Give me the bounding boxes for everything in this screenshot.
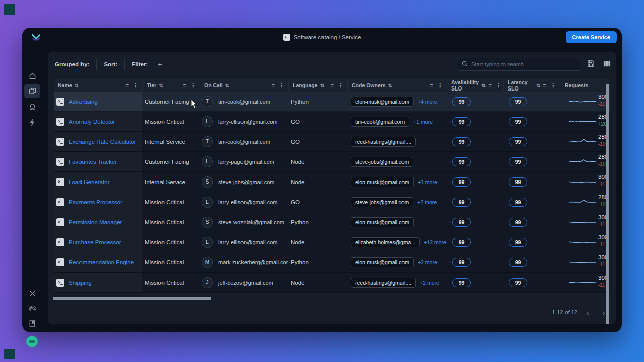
service-name-link[interactable]: Anomaly Detector	[69, 119, 115, 125]
sidebar-item-users[interactable]	[24, 301, 40, 315]
cell-name: >_Exchange Rate Calculator	[54, 132, 142, 151]
add-filter-button[interactable]: +	[155, 61, 165, 68]
breadcrumb-text: Software catalog / Service	[294, 34, 361, 40]
service-name-link[interactable]: Payments Processor	[69, 199, 122, 205]
column-menu-icon[interactable]: ⋮	[496, 82, 501, 89]
column-menu-icon[interactable]: ⋮	[133, 82, 138, 89]
sort-icon[interactable]: ⇅	[159, 83, 163, 88]
filter-control[interactable]: Filter:	[125, 61, 155, 67]
column-header-on-call[interactable]: On Call⇅=⋮	[200, 79, 288, 92]
sidebar-item-actions[interactable]	[24, 115, 40, 129]
code-owner-chip[interactable]: steve-jobs@gmail.com	[351, 157, 413, 167]
horizontal-scrollbar-thumb[interactable]	[53, 297, 211, 300]
sidebar-item-scorecards[interactable]	[24, 100, 40, 114]
service-type-icon: >_	[56, 198, 64, 206]
column-menu-icon[interactable]: ⋮	[338, 82, 343, 89]
sidebar-item-docs[interactable]	[24, 316, 40, 330]
sidebar-item-builder[interactable]	[24, 286, 40, 300]
column-header-availability-slo[interactable]: Availability SLO⇅=⋮	[447, 79, 503, 92]
column-filter-icon[interactable]: =	[543, 82, 546, 88]
requests-sparkline	[568, 117, 597, 126]
more-owners-link[interactable]: +12 more	[424, 239, 446, 245]
more-owners-link[interactable]: +4 more	[418, 99, 437, 105]
more-owners-link[interactable]: +1 more	[418, 179, 437, 185]
column-header-code-owners[interactable]: Code Owners⇅=⋮	[347, 79, 447, 92]
cell-latency-slo: 99	[503, 192, 560, 212]
column-filter-icon[interactable]: =	[272, 82, 275, 88]
service-name-link[interactable]: Recommendation Engine	[69, 259, 134, 265]
column-menu-icon[interactable]: ⋮	[437, 82, 443, 89]
code-owner-chip[interactable]: steve-jobs@gmail.com	[351, 197, 413, 207]
cell-language: GO	[288, 132, 347, 151]
search-box[interactable]	[457, 58, 581, 71]
save-view-icon[interactable]	[587, 60, 595, 69]
service-name-link[interactable]: Exchange Rate Calculator	[69, 139, 136, 145]
service-type-icon: >_	[56, 258, 64, 266]
prev-page-button[interactable]: ‹	[582, 308, 593, 317]
code-owner-chip[interactable]: elon-musk@gmail.com	[351, 257, 414, 267]
code-owner-chip[interactable]: elon-musk@gmail.com	[351, 217, 414, 227]
column-menu-icon[interactable]: ⋮	[190, 82, 196, 89]
cell-name: >_Permission Manager	[54, 212, 142, 232]
table-row[interactable]: >_Anomaly DetectorMission CriticalLlarry…	[54, 112, 610, 132]
service-name-link[interactable]: Advertising	[69, 99, 98, 105]
table-row[interactable]: >_Purchase ProcessorMission CriticalLlar…	[54, 232, 610, 252]
grouped-by-control[interactable]: Grouped by:	[54, 61, 96, 67]
service-name-link[interactable]: Shipping	[69, 280, 92, 286]
code-owner-chip[interactable]: tim-cook@gmail.com	[351, 117, 409, 127]
service-name-link[interactable]: Permission Manager	[69, 219, 122, 225]
service-name-link[interactable]: Purchase Processor	[69, 239, 121, 245]
sort-control[interactable]: Sort:	[97, 61, 124, 67]
column-menu-icon[interactable]: ⋮	[550, 82, 556, 89]
service-name-link[interactable]: Favourites Tracker	[69, 159, 117, 165]
code-owner-chip[interactable]: reed-hastings@gmail....	[351, 137, 416, 147]
column-header-language[interactable]: Language⇅=⋮	[288, 79, 347, 92]
sort-icon[interactable]: ⇅	[536, 83, 540, 88]
table-row[interactable]: >_AdvertisingCustomer FacingTtim-cook@gm…	[54, 92, 610, 112]
vertical-scrollbar	[606, 83, 609, 324]
more-owners-link[interactable]: +2 more	[417, 199, 437, 205]
column-header-latency-slo[interactable]: Latency SLO⇅=⋮	[503, 79, 560, 92]
sidebar-item-catalog[interactable]	[24, 84, 40, 98]
sort-icon[interactable]: ⇅	[481, 83, 486, 88]
code-owner-chip[interactable]: elon-musk@gmail.com	[351, 97, 414, 107]
column-filter-icon[interactable]: =	[331, 82, 334, 88]
search-input[interactable]	[471, 61, 576, 67]
more-owners-link[interactable]: +2 more	[418, 259, 437, 265]
more-owners-link[interactable]: +2 more	[420, 280, 439, 286]
column-filter-icon[interactable]: =	[126, 82, 129, 88]
table-row[interactable]: >_Payments ProcessorMission CriticalLlar…	[54, 192, 610, 212]
user-avatar[interactable]	[26, 336, 38, 347]
column-header-requests[interactable]: Requests=	[560, 79, 610, 92]
sort-icon[interactable]: ⇅	[225, 83, 229, 88]
table-row[interactable]: >_ShippingMission CriticalJjeff-bezos@gm…	[54, 273, 610, 293]
table-row[interactable]: >_Load GeneratorInternal ServiceSsteve-j…	[54, 172, 610, 192]
next-page-button[interactable]: ›	[598, 308, 609, 317]
sidebar-item-home[interactable]	[24, 69, 40, 83]
create-service-button[interactable]: Create Service	[566, 31, 617, 43]
column-header-name[interactable]: Name⇅=⋮	[54, 79, 142, 92]
cell-latency-slo: 99	[503, 112, 560, 131]
table-row[interactable]: >_Exchange Rate CalculatorInternal Servi…	[54, 132, 610, 152]
manage-columns-icon[interactable]	[603, 60, 611, 69]
sort-icon[interactable]: ⇅	[75, 83, 79, 88]
cell-tier: Mission Critical	[142, 212, 200, 232]
column-filter-icon[interactable]: =	[183, 82, 186, 88]
code-owner-chip[interactable]: reed-hastings@gmail....	[351, 278, 416, 288]
sort-icon[interactable]: ⇅	[388, 83, 392, 88]
service-name-link[interactable]: Load Generator	[69, 179, 110, 185]
column-header-tier[interactable]: Tier⇅=⋮	[142, 79, 200, 92]
vertical-scrollbar-thumb[interactable]	[606, 84, 609, 324]
code-owner-chip[interactable]: elizabeth-holmes@gma...	[351, 237, 420, 247]
table-row[interactable]: >_Favourites TrackerCustomer FacingLlarr…	[54, 152, 610, 172]
table-row[interactable]: >_Permission ManagerMission CriticalSste…	[54, 212, 610, 232]
code-owner-chip[interactable]: elon-musk@gmail.com	[351, 177, 414, 187]
column-filter-icon[interactable]: =	[488, 82, 491, 88]
latency-slo-badge: 99	[509, 137, 527, 146]
more-owners-link[interactable]: +1 more	[413, 119, 433, 125]
column-filter-icon[interactable]: =	[430, 82, 433, 88]
sort-icon[interactable]: ⇅	[320, 83, 325, 88]
cell-code-owners: steve-jobs@gmail.com	[347, 152, 447, 171]
column-menu-icon[interactable]: ⋮	[279, 82, 284, 89]
table-row[interactable]: >_Recommendation EngineMission CriticalM…	[54, 252, 610, 273]
